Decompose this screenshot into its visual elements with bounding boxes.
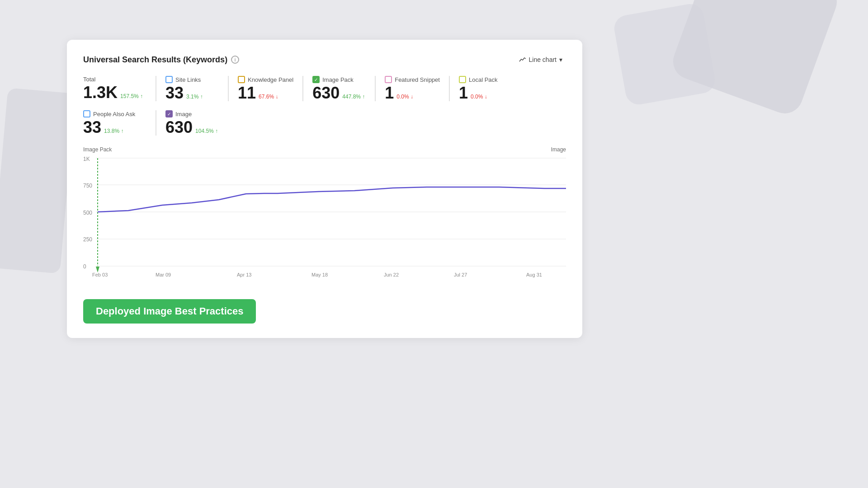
metrics-row-2: People Also Ask 33 13.8% ↑ ✓ Image 630 1… bbox=[83, 110, 566, 136]
header-row: Universal Search Results (Keywords) i Li… bbox=[83, 54, 566, 65]
x-label-aug31: Aug 31 bbox=[526, 272, 542, 277]
bg-decoration-2 bbox=[612, 2, 717, 107]
line-chart-icon bbox=[519, 56, 526, 63]
metric-knowledge-panel-change: 67.6% ↓ bbox=[259, 94, 278, 100]
checkbox-people-also-ask[interactable] bbox=[83, 110, 90, 117]
metric-image-value: 630 bbox=[165, 119, 193, 136]
chart-label-image-pack: Image Pack bbox=[83, 146, 112, 153]
y-label-500: 500 bbox=[83, 210, 92, 216]
metric-image-pack: ✓ Image Pack 630 447.8% ↑ bbox=[302, 76, 375, 101]
metric-image: ✓ Image 630 104.5% ↑ bbox=[156, 110, 228, 136]
main-panel: Universal Search Results (Keywords) i Li… bbox=[67, 40, 582, 338]
metric-people-also-ask: People Also Ask 33 13.8% ↑ bbox=[83, 110, 156, 136]
metrics-row-1: Total 1.3K 157.5% ↑ Site Links 33 3.1% ↑ bbox=[83, 76, 566, 101]
chart-legend-row: Image Pack Image bbox=[83, 146, 566, 153]
metric-site-links: Site Links 33 3.1% ↑ bbox=[156, 76, 228, 101]
x-label-jun22: Jun 22 bbox=[384, 272, 399, 277]
metric-total-value: 1.3K bbox=[83, 84, 118, 101]
chart-container: Image Pack Image 1K 750 500 250 0 bbox=[83, 146, 566, 324]
checkbox-knowledge-panel[interactable] bbox=[238, 76, 245, 83]
metric-image-pack-label: Image Pack bbox=[322, 76, 354, 83]
line-chart-svg: 1K 750 500 250 0 Feb bbox=[83, 155, 566, 290]
metric-total-label: Total bbox=[83, 76, 95, 83]
x-label-apr13: Apr 13 bbox=[237, 272, 251, 277]
metric-image-label: Image bbox=[175, 111, 192, 117]
image-pack-line bbox=[98, 187, 566, 212]
checkbox-image-pack[interactable]: ✓ bbox=[312, 76, 320, 83]
metric-total: Total 1.3K 157.5% ↑ bbox=[83, 76, 156, 101]
metric-people-also-ask-label: People Also Ask bbox=[93, 111, 135, 117]
y-label-0: 0 bbox=[83, 263, 86, 270]
x-label-feb03: Feb 03 bbox=[92, 272, 108, 277]
x-label-jul27: Jul 27 bbox=[454, 272, 467, 277]
checkbox-local-pack[interactable] bbox=[459, 76, 466, 83]
y-label-1k: 1K bbox=[83, 156, 90, 162]
page-title: Universal Search Results (Keywords) bbox=[83, 55, 227, 65]
metric-local-pack-label: Local Pack bbox=[469, 76, 498, 83]
x-label-may18: May 18 bbox=[311, 272, 328, 277]
metric-featured-snippet-value: 1 bbox=[385, 85, 394, 101]
checkbox-featured-snippet[interactable] bbox=[385, 76, 392, 83]
metric-image-pack-value: 630 bbox=[312, 85, 340, 101]
metric-site-links-value: 33 bbox=[165, 85, 184, 101]
metric-image-pack-change: 447.8% ↑ bbox=[342, 94, 365, 100]
metric-local-pack: Local Pack 1 0.0% ↓ bbox=[449, 76, 521, 101]
metric-featured-snippet-label: Featured Snippet bbox=[395, 76, 440, 83]
title-area: Universal Search Results (Keywords) i bbox=[83, 55, 239, 65]
y-label-250: 250 bbox=[83, 236, 92, 243]
bg-decoration-3 bbox=[0, 88, 75, 274]
annotation-button[interactable]: Deployed Image Best Practices bbox=[83, 299, 256, 324]
checkbox-site-links[interactable] bbox=[165, 76, 173, 83]
checkbox-image[interactable]: ✓ bbox=[165, 110, 173, 117]
x-label-mar09: Mar 09 bbox=[156, 272, 171, 277]
metric-local-pack-change: 0.0% ↓ bbox=[471, 94, 487, 100]
metric-people-also-ask-change: 13.8% ↑ bbox=[104, 128, 123, 134]
metric-total-change: 157.5% ↑ bbox=[120, 93, 143, 99]
metric-people-also-ask-value: 33 bbox=[83, 119, 101, 136]
y-label-750: 750 bbox=[83, 183, 92, 189]
metric-featured-snippet: Featured Snippet 1 0.0% ↓ bbox=[375, 76, 449, 101]
chart-label-image: Image bbox=[551, 146, 566, 153]
metric-site-links-change: 3.1% ↑ bbox=[186, 94, 203, 100]
chevron-down-icon: ▾ bbox=[559, 56, 562, 63]
metric-knowledge-panel-value: 11 bbox=[238, 85, 256, 101]
metric-knowledge-panel: Knowledge Panel 11 67.6% ↓ bbox=[228, 76, 302, 101]
chart-type-button[interactable]: Line chart ▾ bbox=[515, 54, 566, 65]
metric-image-change: 104.5% ↑ bbox=[195, 128, 218, 134]
metric-featured-snippet-change: 0.0% ↓ bbox=[396, 94, 413, 100]
metric-site-links-label: Site Links bbox=[175, 76, 201, 83]
metric-local-pack-value: 1 bbox=[459, 85, 468, 101]
info-icon[interactable]: i bbox=[231, 56, 239, 64]
chart-svg-wrapper: 1K 750 500 250 0 Feb bbox=[83, 155, 566, 292]
metric-knowledge-panel-label: Knowledge Panel bbox=[248, 76, 293, 83]
